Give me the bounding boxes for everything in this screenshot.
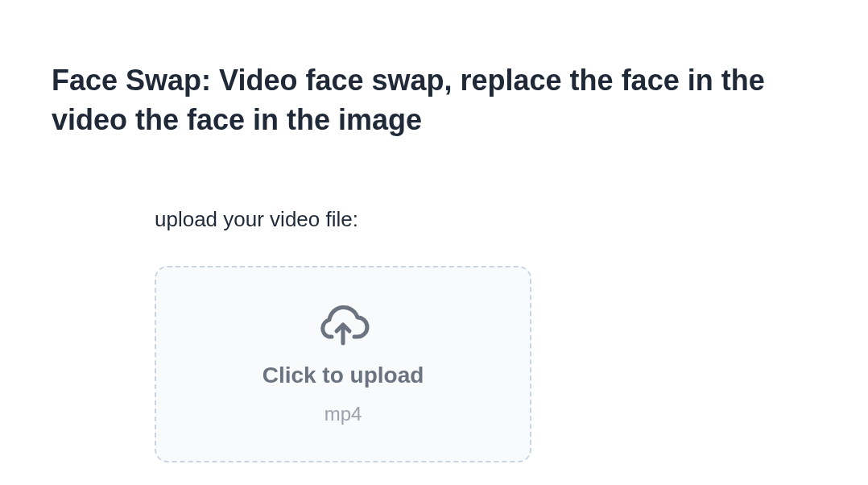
upload-label: upload your video file: <box>155 207 816 232</box>
upload-dropzone[interactable]: Click to upload mp4 <box>155 266 531 462</box>
upload-primary-text: Click to upload <box>262 363 424 388</box>
upload-format-text: mp4 <box>324 403 362 425</box>
page-title: Face Swap: Video face swap, replace the … <box>52 61 816 139</box>
main-container: Face Swap: Video face swap, replace the … <box>0 0 868 462</box>
cloud-upload-icon <box>316 303 370 348</box>
upload-section: upload your video file: Click to upload … <box>155 207 816 462</box>
